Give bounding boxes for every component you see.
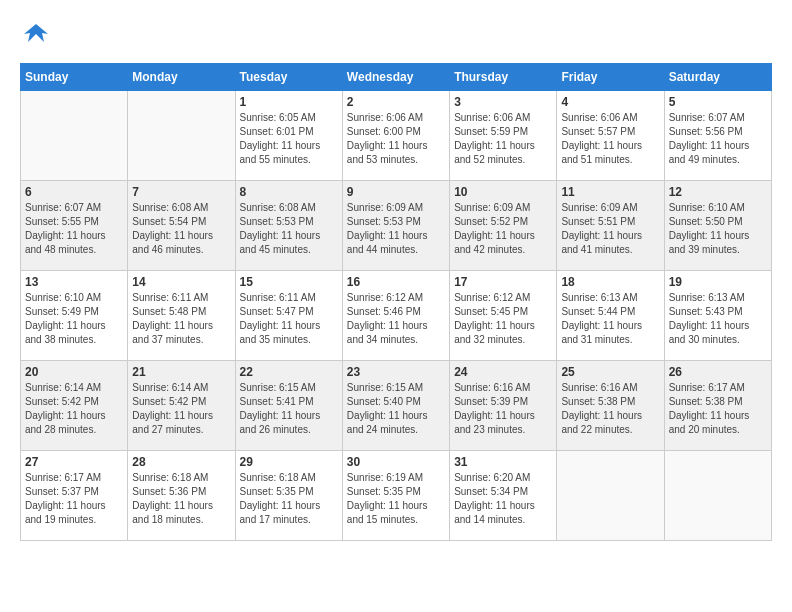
calendar-cell: 25Sunrise: 6:16 AM Sunset: 5:38 PM Dayli… [557, 360, 664, 450]
calendar-cell: 27Sunrise: 6:17 AM Sunset: 5:37 PM Dayli… [21, 450, 128, 540]
day-info: Sunrise: 6:07 AM Sunset: 5:56 PM Dayligh… [669, 111, 767, 167]
calendar-cell: 31Sunrise: 6:20 AM Sunset: 5:34 PM Dayli… [450, 450, 557, 540]
calendar-cell: 4Sunrise: 6:06 AM Sunset: 5:57 PM Daylig… [557, 90, 664, 180]
calendar-cell: 2Sunrise: 6:06 AM Sunset: 6:00 PM Daylig… [342, 90, 449, 180]
day-number: 26 [669, 365, 767, 379]
day-number: 22 [240, 365, 338, 379]
day-number: 2 [347, 95, 445, 109]
calendar-cell: 11Sunrise: 6:09 AM Sunset: 5:51 PM Dayli… [557, 180, 664, 270]
calendar-cell [21, 90, 128, 180]
calendar-header-row: SundayMondayTuesdayWednesdayThursdayFrid… [21, 63, 772, 90]
day-info: Sunrise: 6:14 AM Sunset: 5:42 PM Dayligh… [25, 381, 123, 437]
day-info: Sunrise: 6:09 AM Sunset: 5:51 PM Dayligh… [561, 201, 659, 257]
day-header-sunday: Sunday [21, 63, 128, 90]
logo [20, 20, 50, 53]
day-info: Sunrise: 6:06 AM Sunset: 6:00 PM Dayligh… [347, 111, 445, 167]
day-number: 31 [454, 455, 552, 469]
calendar-cell: 30Sunrise: 6:19 AM Sunset: 5:35 PM Dayli… [342, 450, 449, 540]
day-info: Sunrise: 6:10 AM Sunset: 5:50 PM Dayligh… [669, 201, 767, 257]
svg-marker-0 [24, 24, 48, 42]
day-info: Sunrise: 6:18 AM Sunset: 5:35 PM Dayligh… [240, 471, 338, 527]
calendar-cell: 21Sunrise: 6:14 AM Sunset: 5:42 PM Dayli… [128, 360, 235, 450]
calendar-week-row: 1Sunrise: 6:05 AM Sunset: 6:01 PM Daylig… [21, 90, 772, 180]
day-number: 8 [240, 185, 338, 199]
day-info: Sunrise: 6:15 AM Sunset: 5:41 PM Dayligh… [240, 381, 338, 437]
calendar-cell: 28Sunrise: 6:18 AM Sunset: 5:36 PM Dayli… [128, 450, 235, 540]
calendar-cell: 24Sunrise: 6:16 AM Sunset: 5:39 PM Dayli… [450, 360, 557, 450]
day-info: Sunrise: 6:16 AM Sunset: 5:38 PM Dayligh… [561, 381, 659, 437]
day-info: Sunrise: 6:13 AM Sunset: 5:43 PM Dayligh… [669, 291, 767, 347]
day-info: Sunrise: 6:07 AM Sunset: 5:55 PM Dayligh… [25, 201, 123, 257]
day-info: Sunrise: 6:19 AM Sunset: 5:35 PM Dayligh… [347, 471, 445, 527]
calendar-week-row: 13Sunrise: 6:10 AM Sunset: 5:49 PM Dayli… [21, 270, 772, 360]
day-number: 20 [25, 365, 123, 379]
calendar-cell: 12Sunrise: 6:10 AM Sunset: 5:50 PM Dayli… [664, 180, 771, 270]
day-info: Sunrise: 6:20 AM Sunset: 5:34 PM Dayligh… [454, 471, 552, 527]
day-info: Sunrise: 6:17 AM Sunset: 5:38 PM Dayligh… [669, 381, 767, 437]
day-number: 27 [25, 455, 123, 469]
calendar-cell: 3Sunrise: 6:06 AM Sunset: 5:59 PM Daylig… [450, 90, 557, 180]
day-info: Sunrise: 6:10 AM Sunset: 5:49 PM Dayligh… [25, 291, 123, 347]
day-info: Sunrise: 6:06 AM Sunset: 5:59 PM Dayligh… [454, 111, 552, 167]
day-number: 4 [561, 95, 659, 109]
calendar-cell [664, 450, 771, 540]
day-number: 11 [561, 185, 659, 199]
calendar-cell: 16Sunrise: 6:12 AM Sunset: 5:46 PM Dayli… [342, 270, 449, 360]
calendar-cell: 17Sunrise: 6:12 AM Sunset: 5:45 PM Dayli… [450, 270, 557, 360]
day-number: 1 [240, 95, 338, 109]
calendar-cell: 5Sunrise: 6:07 AM Sunset: 5:56 PM Daylig… [664, 90, 771, 180]
calendar-cell: 7Sunrise: 6:08 AM Sunset: 5:54 PM Daylig… [128, 180, 235, 270]
day-number: 29 [240, 455, 338, 469]
day-number: 5 [669, 95, 767, 109]
day-number: 10 [454, 185, 552, 199]
calendar-cell [557, 450, 664, 540]
day-number: 17 [454, 275, 552, 289]
day-header-monday: Monday [128, 63, 235, 90]
day-info: Sunrise: 6:05 AM Sunset: 6:01 PM Dayligh… [240, 111, 338, 167]
page-header [20, 20, 772, 53]
calendar-cell: 26Sunrise: 6:17 AM Sunset: 5:38 PM Dayli… [664, 360, 771, 450]
calendar-cell: 14Sunrise: 6:11 AM Sunset: 5:48 PM Dayli… [128, 270, 235, 360]
day-info: Sunrise: 6:11 AM Sunset: 5:47 PM Dayligh… [240, 291, 338, 347]
calendar-cell: 20Sunrise: 6:14 AM Sunset: 5:42 PM Dayli… [21, 360, 128, 450]
calendar-week-row: 6Sunrise: 6:07 AM Sunset: 5:55 PM Daylig… [21, 180, 772, 270]
calendar-cell: 19Sunrise: 6:13 AM Sunset: 5:43 PM Dayli… [664, 270, 771, 360]
day-number: 12 [669, 185, 767, 199]
day-number: 21 [132, 365, 230, 379]
day-header-saturday: Saturday [664, 63, 771, 90]
day-number: 25 [561, 365, 659, 379]
day-number: 6 [25, 185, 123, 199]
calendar-cell [128, 90, 235, 180]
calendar-week-row: 20Sunrise: 6:14 AM Sunset: 5:42 PM Dayli… [21, 360, 772, 450]
calendar-week-row: 27Sunrise: 6:17 AM Sunset: 5:37 PM Dayli… [21, 450, 772, 540]
day-number: 18 [561, 275, 659, 289]
calendar-cell: 1Sunrise: 6:05 AM Sunset: 6:01 PM Daylig… [235, 90, 342, 180]
calendar-cell: 29Sunrise: 6:18 AM Sunset: 5:35 PM Dayli… [235, 450, 342, 540]
day-info: Sunrise: 6:06 AM Sunset: 5:57 PM Dayligh… [561, 111, 659, 167]
calendar-cell: 9Sunrise: 6:09 AM Sunset: 5:53 PM Daylig… [342, 180, 449, 270]
day-info: Sunrise: 6:11 AM Sunset: 5:48 PM Dayligh… [132, 291, 230, 347]
day-number: 13 [25, 275, 123, 289]
calendar-cell: 13Sunrise: 6:10 AM Sunset: 5:49 PM Dayli… [21, 270, 128, 360]
day-header-thursday: Thursday [450, 63, 557, 90]
calendar-table: SundayMondayTuesdayWednesdayThursdayFrid… [20, 63, 772, 541]
day-number: 15 [240, 275, 338, 289]
day-info: Sunrise: 6:12 AM Sunset: 5:45 PM Dayligh… [454, 291, 552, 347]
day-header-wednesday: Wednesday [342, 63, 449, 90]
calendar-cell: 18Sunrise: 6:13 AM Sunset: 5:44 PM Dayli… [557, 270, 664, 360]
day-header-friday: Friday [557, 63, 664, 90]
day-info: Sunrise: 6:08 AM Sunset: 5:53 PM Dayligh… [240, 201, 338, 257]
calendar-cell: 8Sunrise: 6:08 AM Sunset: 5:53 PM Daylig… [235, 180, 342, 270]
day-number: 9 [347, 185, 445, 199]
day-info: Sunrise: 6:15 AM Sunset: 5:40 PM Dayligh… [347, 381, 445, 437]
day-info: Sunrise: 6:09 AM Sunset: 5:53 PM Dayligh… [347, 201, 445, 257]
day-info: Sunrise: 6:13 AM Sunset: 5:44 PM Dayligh… [561, 291, 659, 347]
day-number: 7 [132, 185, 230, 199]
day-number: 24 [454, 365, 552, 379]
day-number: 14 [132, 275, 230, 289]
day-info: Sunrise: 6:14 AM Sunset: 5:42 PM Dayligh… [132, 381, 230, 437]
calendar-cell: 6Sunrise: 6:07 AM Sunset: 5:55 PM Daylig… [21, 180, 128, 270]
calendar-cell: 10Sunrise: 6:09 AM Sunset: 5:52 PM Dayli… [450, 180, 557, 270]
day-number: 3 [454, 95, 552, 109]
calendar-cell: 22Sunrise: 6:15 AM Sunset: 5:41 PM Dayli… [235, 360, 342, 450]
